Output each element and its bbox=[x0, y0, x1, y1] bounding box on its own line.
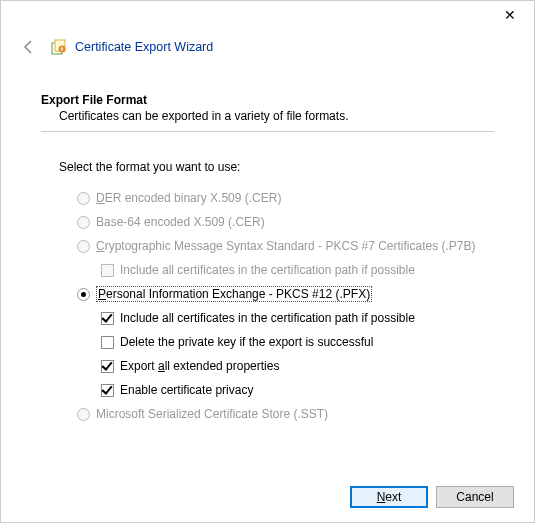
divider bbox=[41, 131, 494, 132]
label-pfx-cert-privacy[interactable]: Enable certificate privacy bbox=[120, 383, 253, 397]
cancel-button[interactable]: Cancel bbox=[436, 486, 514, 508]
label-p7b: Cryptographic Message Syntax Standard - … bbox=[96, 239, 476, 253]
label-p7b-include: Include all certificates in the certific… bbox=[120, 263, 415, 277]
label-base64: Base-64 encoded X.509 (.CER) bbox=[96, 215, 265, 229]
check-pfx-include-chain[interactable] bbox=[101, 312, 114, 325]
radio-sst bbox=[77, 408, 90, 421]
close-button[interactable]: ✕ bbox=[490, 3, 530, 27]
section-description: Certificates can be exported in a variet… bbox=[59, 109, 494, 123]
svg-rect-3 bbox=[61, 47, 62, 50]
label-pfx-extended-props[interactable]: Export all extended properties bbox=[120, 359, 279, 373]
label-pfx[interactable]: Personal Information Exchange - PKCS #12… bbox=[96, 286, 372, 302]
section-heading: Export File Format bbox=[41, 93, 494, 107]
radio-base64 bbox=[77, 216, 90, 229]
wizard-title: Certificate Export Wizard bbox=[75, 40, 213, 54]
label-pfx-delete-key[interactable]: Delete the private key if the export is … bbox=[120, 335, 373, 349]
radio-pfx[interactable] bbox=[77, 288, 90, 301]
back-button[interactable] bbox=[19, 37, 39, 57]
check-pfx-cert-privacy[interactable] bbox=[101, 384, 114, 397]
label-der: DER encoded binary X.509 (.CER) bbox=[96, 191, 281, 205]
format-prompt: Select the format you want to use: bbox=[59, 160, 494, 174]
label-sst: Microsoft Serialized Certificate Store (… bbox=[96, 407, 328, 421]
check-p7b-include bbox=[101, 264, 114, 277]
next-button[interactable]: Next bbox=[350, 486, 428, 508]
check-pfx-delete-key[interactable] bbox=[101, 336, 114, 349]
wizard-icon bbox=[51, 39, 67, 55]
check-pfx-extended-props[interactable] bbox=[101, 360, 114, 373]
radio-p7b bbox=[77, 240, 90, 253]
label-pfx-include-chain[interactable]: Include all certificates in the certific… bbox=[120, 311, 415, 325]
radio-der bbox=[77, 192, 90, 205]
